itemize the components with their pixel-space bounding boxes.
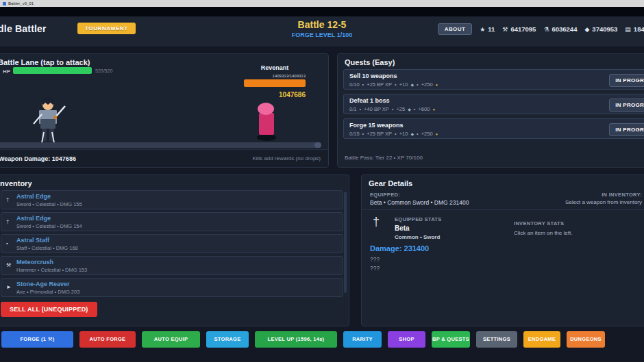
axe-icon: ►: [6, 284, 12, 290]
quests-title: Quests (Easy): [345, 58, 395, 66]
quest-row: Forge 15 weapons 0/15 • +25 BP XP • +10 …: [343, 118, 644, 139]
resource-bar: ABOUT ★ 11 ⚒ 6417095 ⚗ 6036244 ◆ 3740953…: [438, 23, 644, 35]
storage-button[interactable]: STORAGE: [206, 331, 249, 348]
endgame-button[interactable]: ENDGAME: [523, 331, 560, 348]
quest-status-button[interactable]: IN PROGRESS: [609, 74, 644, 87]
inventory-stats-label: INVENTORY STATS: [514, 220, 564, 227]
equipped-label: EQUIPPED:: [370, 192, 400, 198]
gear-details-title: Gear Details: [369, 179, 412, 188]
quests-panel: Quests (Easy) Sell 10 weapons 0/10 • +25…: [337, 53, 644, 168]
inventory-scrollbar[interactable]: [344, 192, 347, 293]
quest-coins: +250: [421, 131, 433, 137]
quest-status-button[interactable]: IN PROGRESS: [609, 123, 644, 136]
auto-equip-button[interactable]: AUTO EQUIP: [142, 331, 200, 348]
gear-details-panel: Gear Details EQUIPPED: Beta • Common Swo…: [361, 174, 644, 326]
damage-number: 1047686: [244, 91, 306, 99]
quest-progress: 0/1: [349, 106, 356, 112]
quest-list: Sell 10 weapons 0/10 • +25 BP XP • +10 ◆…: [343, 69, 644, 143]
coin-icon: ●: [436, 83, 438, 87]
separator: •: [359, 106, 361, 112]
item-details: Sword • Celestial • DMG 155: [16, 201, 338, 207]
quest-row: Sell 10 weapons 0/10 • +25 BP XP • +10 ◆…: [343, 69, 644, 90]
sword-icon: †: [6, 218, 9, 224]
quest-status-button[interactable]: IN PROGRESS: [609, 99, 644, 112]
player-hp-value: 520/520: [95, 68, 112, 73]
window-titlebar[interactable]: Battler_v0_01: [0, 0, 644, 7]
quest-progress: 0/15: [349, 131, 360, 137]
resource-value: 1848: [634, 25, 644, 33]
gem-icon: ◆: [410, 131, 414, 136]
enemy-hp-value: 1409313/1409313: [244, 74, 306, 78]
divider: [362, 209, 644, 210]
resource-value: 6417095: [510, 25, 536, 33]
quest-row: Defeat 1 boss 0/1 • +40 BP XP • +25 ◆ • …: [343, 94, 644, 114]
hammer-icon: ⚒: [6, 262, 11, 268]
separator: •: [392, 106, 394, 112]
inventory-item[interactable]: † Astral Edge Sword • Celestial • DMG 15…: [1, 190, 343, 209]
coin-icon: ●: [436, 132, 438, 136]
inventory-title: Inventory: [0, 179, 32, 188]
quest-name: Sell 10 weapons: [349, 73, 644, 79]
auto-forge-button[interactable]: AUTO FORGE: [79, 331, 136, 348]
separator: •: [395, 131, 397, 137]
flask-icon: ⚗: [543, 26, 549, 33]
battle-lane-title: Battle Lane (tap to attack): [0, 58, 90, 66]
quest-gems: +10: [399, 81, 408, 88]
top-strip: [0, 7, 644, 16]
resource-value: 6036244: [552, 25, 577, 33]
hp-label: HP: [3, 68, 10, 75]
weapon-damage-label: Weapon Damage: 1047686: [0, 155, 76, 162]
resource-materials: ⚒ 6417095: [502, 25, 536, 33]
about-button[interactable]: ABOUT: [438, 23, 472, 35]
quest-gems: +10: [399, 131, 408, 137]
in-inventory-hint: Select a weapon from inventory: [565, 199, 642, 205]
gem-icon: ◆: [410, 82, 414, 87]
inventory-item[interactable]: ⚒ Meteorcrush Hammer • Celestial • DMG 1…: [1, 256, 343, 275]
app-header: Idle Battler TOURNAMENT Battle 12-5 FORG…: [0, 16, 644, 47]
enemy-hp-bar: [244, 79, 306, 87]
level-up-button[interactable]: LEVEL UP (1596, 14s): [255, 331, 337, 348]
resource-essence: ⚗ 6036244: [543, 25, 577, 33]
inventory-item[interactable]: † Astral Edge Sword • Celestial • DMG 15…: [1, 212, 343, 231]
sell-all-button[interactable]: SELL ALL (UNEQUIPPED): [1, 302, 97, 317]
battle-pass-status: Battle Pass: Tier 22 • XP 70/100: [345, 155, 423, 161]
item-details: Axe • Primordial • DMG 203: [16, 289, 338, 295]
gem-icon: ◆: [584, 26, 589, 33]
item-details: Hammer • Celestial • DMG 153: [16, 267, 338, 273]
attack-progress-bar: [0, 142, 321, 148]
item-name: Astral Edge: [16, 215, 338, 222]
quest-name: Forge 15 weapons: [349, 122, 644, 129]
bp-quests-button[interactable]: BP & QUESTS: [432, 331, 470, 348]
dungeons-button[interactable]: DUNGEONS: [567, 331, 605, 348]
quest-name: Defeat 1 boss: [349, 97, 644, 104]
pickaxe-icon: ⚒: [502, 26, 508, 33]
equipped-stats-label: EQUIPPED STATS: [395, 216, 442, 222]
battle-lane-panel[interactable]: Battle Lane (tap to attack) HP 520/520 R…: [0, 53, 329, 168]
inventory-item[interactable]: ► Stone-Age Reaver Axe • Primordial • DM…: [1, 278, 343, 297]
quest-bp-xp: +25 BP XP: [367, 81, 392, 88]
separator: •: [362, 81, 364, 88]
quest-gems: +25: [396, 106, 405, 112]
bottom-action-bar: FORGE (1 ⚒) AUTO FORGE AUTO EQUIP STORAG…: [1, 331, 605, 348]
inventory-stats-hint: Click an item on the left.: [514, 230, 572, 236]
gem-icon: ◆: [408, 107, 411, 112]
unknown-stat: ???: [370, 265, 380, 272]
item-name: Stone-Age Reaver: [16, 281, 338, 287]
inventory-panel: Inventory † Astral Edge Sword • Celestia…: [0, 174, 349, 326]
in-inventory-label: IN INVENTORY:: [602, 192, 642, 198]
quest-rewards: 0/10 • +25 BP XP • +10 ◆ • +250 ●: [349, 81, 644, 88]
forge-button[interactable]: FORGE (1 ⚒): [1, 331, 73, 348]
resource-cards: ▤ 1848: [625, 25, 644, 33]
item-name: Astral Staff: [16, 237, 338, 244]
quest-coins: +600: [418, 106, 430, 112]
enemy-sprite[interactable]: [254, 102, 279, 143]
separator: •: [395, 81, 397, 88]
enemy-name: Revenant: [244, 64, 306, 71]
cards-icon: ▤: [625, 26, 631, 33]
resource-stars: ★ 11: [480, 25, 495, 33]
shop-button[interactable]: SHOP: [388, 331, 425, 348]
settings-button[interactable]: SETTINGS: [476, 331, 517, 348]
rarity-button[interactable]: RARITY: [343, 331, 382, 348]
battle-footer: Weapon Damage: 1047686 Kills add rewards…: [0, 149, 328, 167]
inventory-item[interactable]: • Astral Staff Staff • Celestial • DMG 1…: [1, 234, 343, 253]
